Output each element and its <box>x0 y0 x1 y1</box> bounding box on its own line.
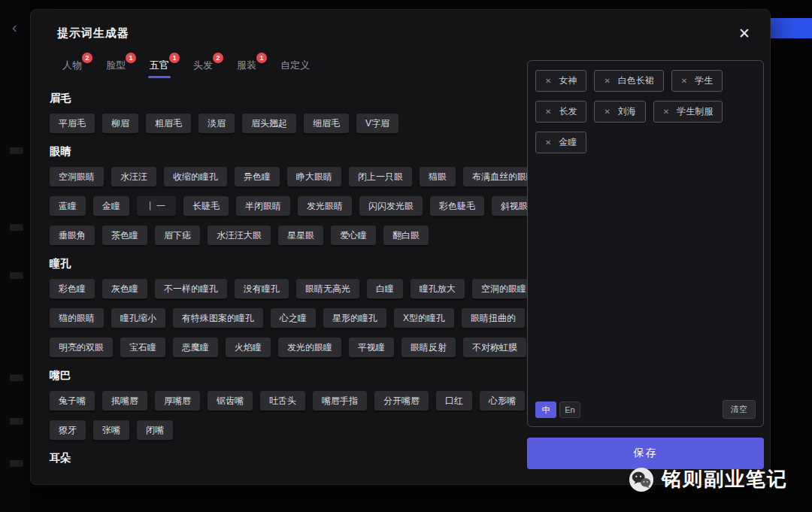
tab-自定义[interactable]: 自定义 <box>279 56 311 80</box>
tag-chip[interactable]: 翻白眼 <box>383 226 429 245</box>
remove-tag-icon[interactable]: ✕ <box>604 77 610 85</box>
lang-option-中[interactable]: 中 <box>535 401 556 418</box>
tag-chip[interactable]: 眼睛反射 <box>401 338 456 357</box>
tag-chip[interactable]: 眉头翘起 <box>242 114 296 133</box>
tag-chip[interactable]: 猫的眼睛 <box>50 308 104 328</box>
remove-tag-icon[interactable]: ✕ <box>545 108 551 116</box>
remove-tag-icon[interactable]: ✕ <box>663 108 669 116</box>
tag-chip[interactable]: 发光眼睛 <box>298 196 352 216</box>
tag-chip[interactable]: 睁大眼睛 <box>287 167 341 186</box>
tag-chip[interactable]: 白瞳 <box>367 279 403 298</box>
background-primary-button[interactable] <box>768 18 812 38</box>
tag-chip[interactable]: 闪闪发光眼 <box>359 196 423 216</box>
remove-tag-icon[interactable]: ✕ <box>545 77 551 85</box>
sidebar-item-dimmed <box>10 418 23 425</box>
selected-tag-label: 学生制服 <box>677 105 713 118</box>
tag-chip[interactable]: 兔子嘴 <box>50 391 95 411</box>
tag-chip[interactable]: 恶魔瞳 <box>173 338 218 357</box>
tag-chip[interactable]: 星星眼 <box>278 226 323 245</box>
tag-chip[interactable]: 半闭眼睛 <box>236 196 290 216</box>
tag-sections: 眉毛平眉毛柳眉粗眉毛淡眉眉头翘起细眉毛V字眉眼睛空洞眼睛水汪汪收缩的瞳孔异色瞳睁… <box>50 92 527 469</box>
remove-tag-icon[interactable]: ✕ <box>604 108 610 116</box>
tag-chip[interactable]: 分开嘴唇 <box>374 391 429 411</box>
tab-五官[interactable]: 五官1 <box>148 56 171 80</box>
tag-chip[interactable]: 细眉毛 <box>304 114 349 133</box>
tag-chip[interactable]: 柳眉 <box>102 114 138 133</box>
tag-chip[interactable]: 明亮的双眼 <box>50 338 113 357</box>
tag-chip[interactable]: 水汪汪 <box>111 167 156 186</box>
tag-chip[interactable]: 淡眉 <box>198 114 235 133</box>
tag-chip[interactable]: 闭上一只眼 <box>349 167 412 186</box>
tag-chip[interactable]: 彩色睫毛 <box>430 196 484 216</box>
tag-chip[interactable]: 平视瞳 <box>349 338 394 357</box>
tag-edit-chip[interactable]: 丨一 <box>137 196 176 216</box>
tag-chip[interactable]: 心形嘴 <box>480 391 525 411</box>
selected-tag-chip[interactable]: ✕刘海 <box>594 101 645 123</box>
tag-chip[interactable]: 水汪汪大眼 <box>208 226 271 245</box>
tag-chip[interactable]: 空洞眼睛 <box>50 167 104 186</box>
tag-chip[interactable]: 垂眼角 <box>50 226 95 245</box>
tag-chip[interactable]: V字眉 <box>356 114 398 133</box>
tag-chip[interactable]: 粗眉毛 <box>146 114 191 133</box>
tag-chip[interactable]: 张嘴 <box>93 420 129 440</box>
tag-chip[interactable]: 嘴唇手指 <box>313 391 367 411</box>
save-button[interactable]: 保存 <box>527 438 764 469</box>
tag-chip[interactable]: 口红 <box>436 391 472 411</box>
tag-chip[interactable]: 心之瞳 <box>271 308 316 328</box>
tag-chip[interactable]: 斜视眼 <box>492 196 527 216</box>
selected-tag-chip[interactable]: ✕学生制服 <box>653 101 723 123</box>
tag-chip[interactable]: 锯齿嘴 <box>208 391 253 411</box>
clear-button[interactable]: 清空 <box>723 400 756 419</box>
tag-chip[interactable]: 闭嘴 <box>137 420 173 440</box>
selected-tag-chip[interactable]: ✕女神 <box>535 70 586 92</box>
tag-chip[interactable]: 瞳孔缩小 <box>111 308 165 328</box>
tag-chip[interactable]: 瞳孔放大 <box>411 279 465 298</box>
tag-chip[interactable]: 爱心瞳 <box>331 226 376 245</box>
tag-chip[interactable]: 金瞳 <box>93 196 129 216</box>
tag-chip[interactable]: 茶色瞳 <box>102 226 147 245</box>
selected-tag-chip[interactable]: ✕长发 <box>535 101 586 123</box>
sidebar-item-dimmed <box>10 374 23 381</box>
tag-chip[interactable]: 长睫毛 <box>183 196 229 216</box>
tag-chip[interactable]: 厚嘴唇 <box>155 391 200 411</box>
tag-chip[interactable]: 眉下痣 <box>155 226 200 245</box>
tag-chip[interactable]: 眼睛扭曲的 <box>462 308 525 328</box>
tag-chip[interactable]: 蓝瞳 <box>50 196 86 216</box>
tag-chip[interactable]: 异色瞳 <box>235 167 280 186</box>
remove-tag-icon[interactable]: ✕ <box>545 138 551 147</box>
tag-chip[interactable]: 不对称虹膜 <box>463 338 526 357</box>
tag-chip[interactable]: 平眉毛 <box>50 114 95 133</box>
tag-chip[interactable]: 彩色瞳 <box>50 279 95 298</box>
tag-chip[interactable]: 空洞的眼瞳 <box>472 279 527 298</box>
lang-option-En[interactable]: En <box>559 401 580 418</box>
tag-chip[interactable]: 星形的瞳孔 <box>323 308 386 328</box>
tag-chip[interactable]: 抿嘴唇 <box>102 391 147 411</box>
selected-tag-chip[interactable]: ✕金瞳 <box>535 132 586 153</box>
tag-chip[interactable]: 猫眼 <box>420 167 456 186</box>
selected-tag-chip[interactable]: ✕学生 <box>671 70 723 92</box>
chip-row: 明亮的双眼宝石瞳恶魔瞳火焰瞳发光的眼瞳平视瞳眼睛反射不对称虹膜 <box>50 338 527 357</box>
tag-chip[interactable]: 火焰瞳 <box>226 338 271 357</box>
tab-脸型[interactable]: 脸型1 <box>105 56 127 80</box>
tag-chip[interactable]: 灰色瞳 <box>102 279 147 298</box>
selected-tag-chip[interactable]: ✕白色长裙 <box>594 70 663 92</box>
tag-chip[interactable]: 没有瞳孔 <box>235 279 289 298</box>
tag-chip[interactable]: 不一样的瞳孔 <box>155 279 227 298</box>
tag-chip[interactable]: 发光的眼瞳 <box>278 338 341 357</box>
tag-chip[interactable]: 眼睛无高光 <box>296 279 359 298</box>
tag-chip[interactable]: 布满血丝的眼睛 <box>463 167 527 186</box>
tag-chip[interactable]: 宝石瞳 <box>120 338 165 357</box>
tab-人物[interactable]: 人物2 <box>61 56 83 80</box>
chip-row: 平眉毛柳眉粗眉毛淡眉眉头翘起细眉毛V字眉 <box>50 114 527 133</box>
tag-chip[interactable]: 吐舌头 <box>260 391 305 411</box>
tag-chip[interactable]: X型的瞳孔 <box>394 308 454 328</box>
tag-chip[interactable]: 有特殊图案的瞳孔 <box>173 308 263 328</box>
tag-chip[interactable]: 收缩的瞳孔 <box>164 167 227 186</box>
tab-头发[interactable]: 头发2 <box>192 56 214 80</box>
tab-服装[interactable]: 服装1 <box>235 56 258 80</box>
tab-badge: 2 <box>82 53 92 63</box>
close-icon[interactable]: ✕ <box>735 25 753 42</box>
remove-tag-icon[interactable]: ✕ <box>681 77 687 85</box>
tag-chip[interactable]: 獠牙 <box>50 420 86 440</box>
back-arrow-icon[interactable]: ‹ <box>12 20 17 35</box>
